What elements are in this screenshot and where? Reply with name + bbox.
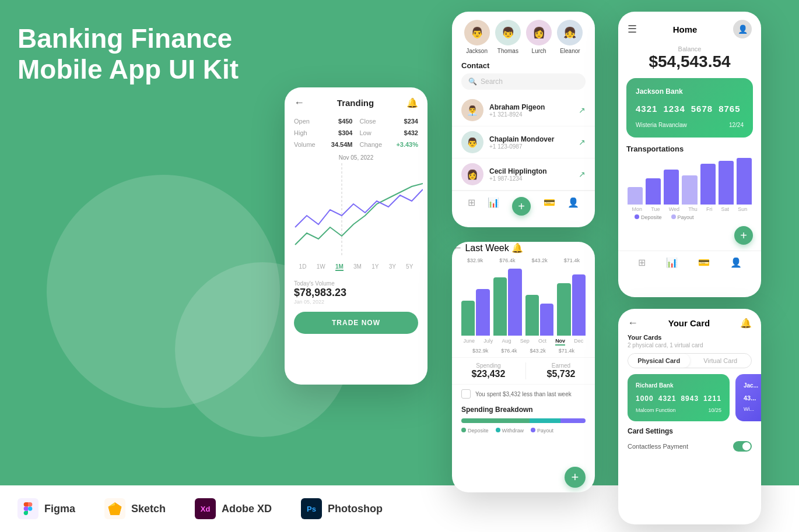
tab-3y[interactable]: 3Y [389, 263, 396, 271]
card-expiry: 12/24 [729, 122, 744, 128]
avatar-lurch: 👩 Lurch [526, 20, 552, 54]
sketch-label: Sketch [131, 503, 166, 515]
tab-3m[interactable]: 3M [353, 263, 362, 271]
tab-physical[interactable]: Physical Card [628, 354, 690, 368]
volume-section: Today's Volume $78,983.23 Jan 05, 2022 [285, 276, 427, 307]
contact-phone-2: +1 123-0987 [489, 143, 573, 150]
stat-open: Open $450 [294, 116, 353, 126]
tool-xd: Xd Adobe XD [195, 498, 272, 519]
trending-header: ← Tranding 🔔 [285, 87, 427, 114]
fab-add-button[interactable]: + [512, 197, 531, 216]
bell-icon-yc[interactable]: 🔔 [740, 318, 752, 329]
stat-high: High $304 [294, 128, 353, 138]
month-sep: Sep [520, 338, 530, 346]
tab-5y[interactable]: 5Y [406, 263, 413, 271]
legend-withdraw: Withdraw [496, 428, 524, 434]
back-button[interactable]: ← [294, 97, 304, 109]
card-footer-richard: Malcom Function 10/25 [636, 407, 721, 413]
contact-phone-3: +1 987-1234 [489, 175, 573, 182]
tab-1m[interactable]: 1M [335, 263, 344, 271]
contact-item-2: 👨 Chaplain Mondover +1 123-0987 ↗ [452, 126, 595, 158]
lastweek-header: ← Last Week 🔔 [452, 242, 595, 254]
contacts-nav: ⊞ 📊 + 💳 👤 [452, 191, 595, 221]
avatar-thomas: 👦 Thomas [495, 20, 521, 54]
month-aug: Aug [502, 338, 511, 346]
month-oct: Oct [538, 338, 546, 346]
home-nav-grid[interactable]: ⊞ [638, 257, 646, 268]
home-fab[interactable]: + [734, 226, 753, 245]
legend-payout: Payout [671, 214, 694, 220]
back-button-yc[interactable]: ← [628, 317, 638, 329]
nav-person-icon[interactable]: 👤 [567, 197, 579, 216]
nav-grid-icon[interactable]: ⊞ [468, 197, 475, 216]
alert-checkbox[interactable] [461, 389, 471, 399]
contact-arrow-1[interactable]: ↗ [579, 105, 586, 115]
bar-labels-top: $32.9k $76.4k $43.2k $71.4k [459, 258, 588, 263]
cards-subtitle: Your Cards [618, 334, 761, 342]
avatar-img: 👩 [526, 20, 552, 45]
card-jac: Jac... 43... Wi... [735, 374, 761, 421]
phone-contacts: 👨 Jackson 👦 Thomas 👩 Lurch 👧 Eleanor Con… [452, 12, 595, 227]
back-button-lw[interactable]: ← [452, 242, 462, 253]
chart-legend: Deposite Payout [626, 212, 753, 223]
trade-now-button[interactable]: TRADE NOW [294, 312, 418, 334]
bar-purple-2 [508, 269, 521, 336]
divider [525, 362, 526, 379]
legend-payout: Payout [531, 428, 553, 434]
tab-1y[interactable]: 1Y [372, 263, 379, 271]
bank-card: Jackson Bank 4321 1234 5678 8765 Wisteri… [626, 78, 753, 138]
contact-avatar-1: 👨‍💼 [461, 99, 483, 121]
tool-figma: Figma [17, 498, 75, 519]
month-labels: June July Aug Sep Oct Nov Dec [459, 338, 588, 346]
spending-section: Spending $23,432 [472, 362, 506, 379]
contact-name-1: Abraham Pigeon [489, 103, 573, 111]
contact-arrow-3[interactable]: ↗ [579, 170, 586, 179]
home-nav-person[interactable]: 👤 [730, 257, 742, 268]
month-june: June [464, 338, 475, 346]
earned-section: Earned $5,732 [547, 362, 576, 379]
volume-date: Jan 05, 2022 [294, 299, 418, 305]
trans-title: Transportations [626, 145, 753, 153]
bell-icon-lw[interactable]: 🔔 [511, 243, 523, 253]
contact-item-1: 👨‍💼 Abraham Pigeon +1 321-8924 ↗ [452, 94, 595, 126]
card-holder: Wisteria Ravanclaw [636, 122, 687, 128]
contact-info-3: Cecil Hipplington +1 987-1234 [489, 167, 573, 182]
phone-home: ☰ Home 👤 Balance $54,543.54 Jackson Bank… [618, 12, 761, 297]
yourcard-title: Your Card [668, 318, 710, 328]
volume-label: Today's Volume [294, 280, 418, 287]
card-tabs: Physical Card Virtual Card [628, 353, 752, 368]
avatar-jackson: 👨 Jackson [464, 20, 490, 54]
contactless-toggle[interactable] [733, 441, 752, 452]
bell-icon[interactable]: 🔔 [406, 97, 418, 108]
hamburger-icon[interactable]: ☰ [628, 23, 637, 36]
contact-item-3: 👩 Cecil Hipplington +1 987-1234 ↗ [452, 158, 595, 191]
home-bar-2 [646, 178, 661, 205]
card-holder-jac: Wi... [744, 406, 761, 412]
nav-bar-icon[interactable]: 📊 [488, 197, 499, 216]
search-bar[interactable]: 🔍 Search [461, 73, 586, 90]
home-nav-card[interactable]: 💳 [698, 257, 710, 268]
phone-lastweek: ← Last Week 🔔 $32.9k $76.4k $43.2k $71.4… [452, 242, 595, 492]
balance-label: Balance [628, 45, 752, 52]
tool-ps: Ps Photoshop [301, 498, 383, 519]
lastweek-chart: $32.9k $76.4k $43.2k $71.4k [452, 254, 595, 357]
avatars-row: 👨 Jackson 👦 Thomas 👩 Lurch 👧 Eleanor [452, 12, 595, 59]
hero-title: Banking Finance Mobile App UI Kit [17, 23, 239, 85]
fab-add-lw[interactable]: + [565, 467, 586, 488]
home-title: Home [673, 24, 698, 34]
nav-card-icon[interactable]: 💳 [544, 197, 555, 216]
card-number-richard: 1000 4321 8943 1211 [636, 394, 721, 403]
card-number: 4321 1234 5678 8765 [636, 104, 744, 114]
tab-1w[interactable]: 1W [317, 263, 325, 271]
phone-yourcard: ← Your Card 🔔 Your Cards 2 physical card… [618, 309, 761, 524]
contact-info-1: Abraham Pigeon +1 321-8924 [489, 103, 573, 118]
bar-green-2 [493, 277, 507, 336]
stat-close: Close $234 [360, 116, 419, 126]
tab-virtual[interactable]: Virtual Card [690, 354, 752, 368]
contact-phone-1: +1 321-8924 [489, 111, 573, 118]
home-nav-bar[interactable]: 📊 [666, 257, 678, 268]
tab-1d[interactable]: 1D [299, 263, 307, 271]
contact-arrow-2[interactable]: ↗ [579, 138, 586, 147]
breakdown-legend: Deposite Withdraw Payout [452, 425, 595, 436]
sketch-icon [104, 498, 125, 519]
